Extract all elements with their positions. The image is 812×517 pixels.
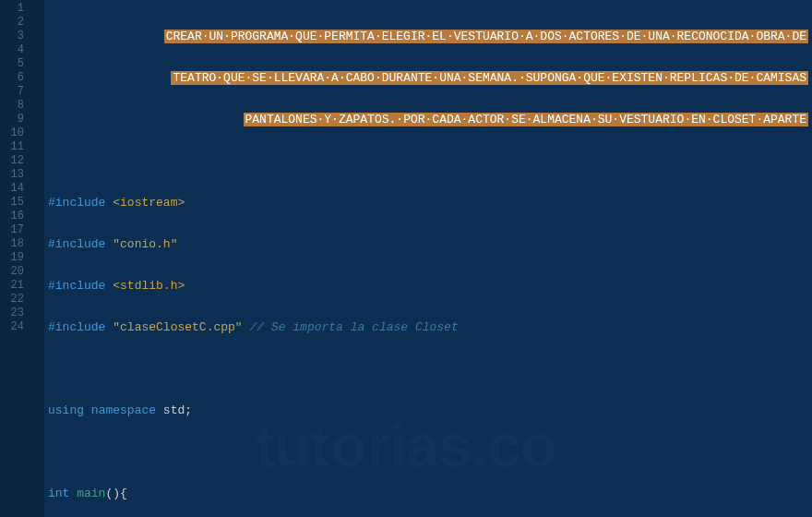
brace-open: (){ xyxy=(105,487,126,500)
line-number: 2 xyxy=(0,16,31,30)
line-number: 3 xyxy=(0,30,31,43)
line-number: 19 xyxy=(0,251,31,265)
line-number: 12 xyxy=(0,154,31,168)
line-number: 21 xyxy=(0,279,31,293)
fold-column xyxy=(31,0,44,517)
include-lib: "claseClosetC.cpp" xyxy=(113,320,242,334)
inline-comment: // Se importa la clase Closet xyxy=(249,320,458,334)
line-number: 23 xyxy=(0,307,31,320)
include-lib: <stdlib.h> xyxy=(113,279,185,293)
line-number: 11 xyxy=(0,140,31,154)
line-number: 10 xyxy=(0,126,31,140)
include-directive: #include xyxy=(48,196,105,210)
line-number: 16 xyxy=(0,210,31,223)
line-number: 15 xyxy=(0,196,31,210)
include-lib: <iostream> xyxy=(113,196,185,210)
line-number: 6 xyxy=(0,71,31,85)
header-comment: TEATRO·QUE·SE·LLEVARA·A·CABO·DURANTE·UNA… xyxy=(171,71,808,85)
include-directive: #include xyxy=(48,279,105,293)
code-area[interactable]: CREAR·UN·PROGRAMA·QUE·PERMITA·ELEGIR·EL·… xyxy=(44,0,812,517)
line-number: 5 xyxy=(0,57,31,71)
line-number: 4 xyxy=(0,43,31,57)
include-directive: #include xyxy=(48,320,105,334)
line-number-gutter: 1 2 3 4 5 6 7 8 9 10 11 12 13 14 15 16 1… xyxy=(0,0,31,517)
namespace-name: std; xyxy=(163,403,192,417)
line-number: 8 xyxy=(0,99,31,113)
include-directive: #include xyxy=(48,237,105,251)
line-number: 18 xyxy=(0,237,31,251)
line-number: 1 xyxy=(0,2,31,16)
line-number: 17 xyxy=(0,223,31,237)
namespace-keyword: namespace xyxy=(91,403,156,417)
header-comment: CREAR·UN·PROGRAMA·QUE·PERMITA·ELEGIR·EL·… xyxy=(164,30,808,43)
line-number: 14 xyxy=(0,182,31,196)
return-type: int xyxy=(48,487,69,500)
main-function: main xyxy=(77,487,105,500)
line-number: 13 xyxy=(0,168,31,182)
line-number: 7 xyxy=(0,85,31,99)
using-keyword: using xyxy=(48,403,84,417)
line-number: 24 xyxy=(0,320,31,334)
line-number: 9 xyxy=(0,113,31,126)
line-number: 20 xyxy=(0,265,31,279)
code-editor: 1 2 3 4 5 6 7 8 9 10 11 12 13 14 15 16 1… xyxy=(0,0,812,517)
include-lib: "conio.h" xyxy=(113,237,177,251)
line-number: 22 xyxy=(0,293,31,307)
header-comment: PANTALONES·Y·ZAPATOS.·POR·CADA·ACTOR·SE·… xyxy=(244,113,809,126)
